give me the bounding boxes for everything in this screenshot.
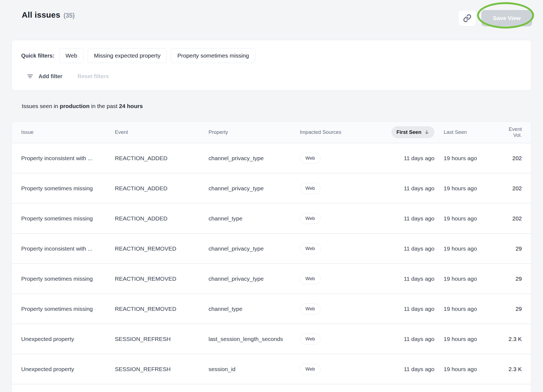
- page-header: All issues (35) Save View: [0, 0, 543, 26]
- event-cell: SESSION_REFRESH: [115, 366, 209, 372]
- summary-timeframe: 24 hours: [119, 103, 143, 109]
- quick-filter-chip-missing-expected-property[interactable]: Missing expected property: [88, 48, 167, 63]
- source-badge-web: Web: [300, 183, 321, 194]
- quick-filter-chip-web[interactable]: Web: [59, 48, 83, 63]
- first-seen-cell: 11 days ago: [389, 215, 434, 222]
- source-badge-web: Web: [300, 153, 321, 164]
- event-vol-cell: 202: [500, 215, 522, 222]
- impacted-sources-cell: Web: [300, 304, 389, 314]
- event-cell: REACTION_ADDED: [115, 215, 209, 222]
- save-view-button[interactable]: Save View: [481, 10, 532, 26]
- first-seen-cell: 11 days ago: [389, 336, 434, 342]
- table-row[interactable]: Property inconsistent with ... REACTION_…: [12, 234, 531, 264]
- event-vol-cell: 29: [500, 276, 522, 282]
- property-cell: channel_type: [209, 306, 300, 312]
- link-icon: [463, 14, 472, 23]
- column-header-last-seen[interactable]: Last Seen: [434, 129, 500, 135]
- issue-cell: Property sometimes missing: [21, 306, 115, 312]
- event-vol-cell: 202: [500, 155, 522, 162]
- event-cell: REACTION_REMOVED: [115, 276, 209, 282]
- last-seen-cell: 19 hours ago: [434, 215, 500, 222]
- property-cell: session_id: [209, 366, 300, 372]
- column-header-first-seen-sort[interactable]: First Seen: [392, 126, 434, 138]
- issue-cell: Property inconsistent with ...: [21, 245, 115, 252]
- summary-middle: in the past: [90, 103, 119, 109]
- event-cell: REACTION_ADDED: [115, 185, 209, 192]
- issue-count-badge: (35): [64, 12, 75, 19]
- table-row[interactable]: Property inconsistent with ... REACTION_…: [12, 143, 531, 173]
- impacted-sources-cell: Web: [300, 334, 389, 344]
- last-seen-cell: 19 hours ago: [434, 155, 500, 162]
- reset-filters-button[interactable]: Reset filters: [78, 73, 109, 80]
- event-cell: REACTION_REMOVED: [115, 245, 209, 252]
- first-seen-cell: 11 days ago: [389, 306, 434, 312]
- event-vol-cell: 202: [500, 185, 522, 192]
- table-row[interactable]: Property sometimes missing REACTION_REMO…: [12, 264, 531, 294]
- source-badge-web: Web: [300, 304, 321, 314]
- add-filter-button[interactable]: Add filter: [27, 73, 62, 80]
- table-row-partial: [12, 384, 531, 392]
- table-header-row: Issue Event Property Impacted Sources Fi…: [12, 122, 531, 143]
- impacted-sources-cell: Web: [300, 183, 389, 194]
- first-seen-cell: 11 days ago: [389, 366, 434, 372]
- last-seen-cell: 19 hours ago: [434, 276, 500, 282]
- header-actions: Save View: [458, 10, 532, 26]
- last-seen-cell: 19 hours ago: [434, 336, 500, 342]
- quick-filters-row: Quick filters: Web Missing expected prop…: [21, 48, 522, 63]
- summary-prefix: Issues seen in: [22, 103, 60, 109]
- source-badge-web: Web: [300, 334, 321, 344]
- first-seen-cell: 11 days ago: [389, 245, 434, 252]
- property-cell: last_session_length_seconds: [209, 336, 300, 342]
- quick-filter-chip-property-sometimes-missing[interactable]: Property sometimes missing: [171, 48, 255, 63]
- impacted-sources-cell: Web: [300, 364, 389, 375]
- issue-cell: Property sometimes missing: [21, 185, 115, 192]
- issue-cell: Unexpected property: [21, 336, 115, 342]
- property-cell: channel_privacy_type: [209, 155, 300, 162]
- issue-cell: Property sometimes missing: [21, 276, 115, 282]
- table-row[interactable]: Property sometimes missing REACTION_ADDE…: [12, 173, 531, 204]
- column-header-issue[interactable]: Issue: [21, 129, 115, 135]
- last-seen-cell: 19 hours ago: [434, 185, 500, 192]
- impacted-sources-cell: Web: [300, 153, 389, 164]
- event-cell: REACTION_REMOVED: [115, 306, 209, 312]
- property-cell: channel_type: [209, 215, 300, 222]
- source-badge-web: Web: [300, 364, 321, 375]
- summary-environment: production: [60, 103, 90, 109]
- last-seen-cell: 19 hours ago: [434, 306, 500, 312]
- filter-actions-row: Add filter Reset filters: [21, 71, 522, 82]
- first-seen-cell: 11 days ago: [389, 185, 434, 192]
- copy-link-button[interactable]: [458, 10, 476, 26]
- issue-cell: Property inconsistent with ...: [21, 155, 115, 162]
- table-row[interactable]: Property sometimes missing REACTION_ADDE…: [12, 204, 531, 234]
- quick-filters-label: Quick filters:: [21, 53, 54, 59]
- event-cell: SESSION_REFRESH: [115, 336, 209, 342]
- last-seen-cell: 19 hours ago: [434, 245, 500, 252]
- event-vol-cell: 2.3 K: [500, 366, 522, 372]
- property-cell: channel_privacy_type: [209, 245, 300, 252]
- first-seen-cell: 11 days ago: [389, 276, 434, 282]
- column-header-first-seen-wrap: First Seen: [389, 126, 434, 138]
- column-header-property[interactable]: Property: [209, 129, 300, 135]
- table-row[interactable]: Unexpected property SESSION_REFRESH sess…: [12, 354, 531, 384]
- event-cell: REACTION_ADDED: [115, 155, 209, 162]
- filter-card: Quick filters: Web Missing expected prop…: [12, 40, 531, 90]
- column-header-event-vol[interactable]: Event Vol.: [500, 126, 522, 138]
- event-vol-cell: 29: [500, 306, 522, 312]
- sort-descending-arrow-icon: [424, 129, 430, 135]
- first-seen-cell: 11 days ago: [389, 155, 434, 162]
- issue-cell: Property sometimes missing: [21, 215, 115, 222]
- issues-table: Issue Event Property Impacted Sources Fi…: [12, 121, 531, 392]
- column-header-impacted-sources[interactable]: Impacted Sources: [300, 129, 389, 135]
- last-seen-cell: 19 hours ago: [434, 366, 500, 372]
- impacted-sources-cell: Web: [300, 273, 389, 284]
- impacted-sources-cell: Web: [300, 243, 389, 254]
- event-vol-cell: 29: [500, 245, 522, 252]
- event-vol-cell: 2.3 K: [500, 336, 522, 342]
- column-header-event[interactable]: Event: [115, 129, 209, 135]
- table-row[interactable]: Property sometimes missing REACTION_REMO…: [12, 294, 531, 324]
- filter-lines-icon: [27, 73, 34, 80]
- source-badge-web: Web: [300, 213, 321, 224]
- source-badge-web: Web: [300, 273, 321, 284]
- table-row[interactable]: Unexpected property SESSION_REFRESH last…: [12, 324, 531, 354]
- issues-summary-line: Issues seen in production in the past 24…: [22, 103, 543, 109]
